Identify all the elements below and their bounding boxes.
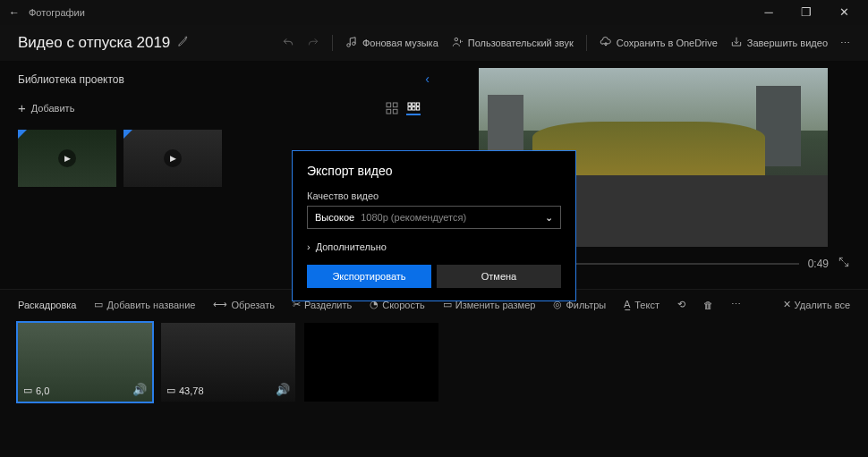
custom-audio-label: Пользовательский звук xyxy=(468,38,574,48)
svg-rect-3 xyxy=(387,109,391,114)
rotate-icon: ⟲ xyxy=(677,299,685,310)
svg-rect-2 xyxy=(393,103,397,107)
back-button[interactable]: ← xyxy=(5,6,23,19)
finish-label: Завершить видео xyxy=(747,38,828,48)
quality-hint: 1080p (рекомендуется) xyxy=(361,212,466,223)
advanced-label: Дополнительно xyxy=(316,241,387,252)
undo-button[interactable] xyxy=(282,37,294,49)
close-button[interactable]: ✕ xyxy=(825,0,863,25)
cancel-button[interactable]: Отмена xyxy=(437,265,561,288)
quality-select[interactable]: Высокое 1080p (рекомендуется) ⌄ xyxy=(307,206,561,229)
export-icon xyxy=(730,36,743,50)
rotate-button[interactable]: ⟲ xyxy=(677,299,685,310)
title-card-icon: ▭ xyxy=(94,299,103,310)
clip-duration: 43,78 xyxy=(179,385,204,396)
custom-audio-button[interactable]: Пользовательский звук xyxy=(451,36,574,50)
play-icon: ▶ xyxy=(58,149,76,167)
divider xyxy=(332,35,333,51)
save-onedrive-button[interactable]: Сохранить в OneDrive xyxy=(600,36,718,50)
project-title-text: Видео с отпуска 2019 xyxy=(18,34,170,52)
export-video-dialog: Экспорт видео Качество видео Высокое 108… xyxy=(292,150,576,301)
divider xyxy=(586,35,587,51)
clip-duration: 6,0 xyxy=(36,385,49,396)
maximize-button[interactable]: ❐ xyxy=(787,0,825,25)
svg-rect-7 xyxy=(416,103,419,106)
clip-frame-icon: ▭ xyxy=(23,385,32,396)
add-media-button[interactable]: + Добавить xyxy=(18,100,74,115)
plus-icon: + xyxy=(18,100,26,115)
main-toolbar: Видео с отпуска 2019 Фоновая музыка Поль… xyxy=(0,25,868,61)
quality-value: Высокое xyxy=(315,212,354,223)
window-titlebar: ← Фотографии ─ ❐ ✕ xyxy=(0,0,868,25)
text-icon: A̲ xyxy=(624,299,631,310)
dialog-title: Экспорт видео xyxy=(307,164,561,178)
more-storyboard-button[interactable]: ⋯ xyxy=(731,299,741,310)
collapse-library-button[interactable]: ‹ xyxy=(425,72,430,86)
play-icon: ▶ xyxy=(164,149,182,167)
storyboard-clip[interactable]: ▭6,0 🔊 xyxy=(18,323,152,402)
add-title-button[interactable]: ▭Добавить название xyxy=(94,299,195,310)
bg-music-label: Фоновая музыка xyxy=(362,38,438,48)
volume-icon[interactable]: 🔊 xyxy=(276,383,290,396)
svg-rect-4 xyxy=(393,109,397,114)
export-button[interactable]: Экспортировать xyxy=(307,265,431,288)
volume-icon[interactable]: 🔊 xyxy=(132,383,147,396)
finish-video-button[interactable]: Завершить видео xyxy=(730,36,828,50)
svg-rect-1 xyxy=(387,103,391,107)
trim-button[interactable]: ⟷Обрезать xyxy=(213,299,275,310)
clip-frame-icon: ▭ xyxy=(166,385,175,396)
redo-button[interactable] xyxy=(307,37,319,49)
app-name: Фотографии xyxy=(29,7,85,18)
svg-rect-5 xyxy=(408,103,411,106)
library-thumbnail[interactable]: ▶ xyxy=(18,130,116,187)
storyboard-clip[interactable]: ▭43,78 🔊 xyxy=(161,323,295,402)
storyboard-panel: Раскадровка ▭Добавить название ⟷Обрезать… xyxy=(0,289,868,457)
fullscreen-button[interactable] xyxy=(838,256,850,271)
save-cloud-label: Сохранить в OneDrive xyxy=(617,38,718,48)
music-icon xyxy=(345,36,358,50)
duration-label: 0:49 xyxy=(808,258,829,270)
trash-icon: 🗑 xyxy=(703,300,713,310)
advanced-toggle[interactable]: › Дополнительно xyxy=(307,241,561,252)
svg-rect-9 xyxy=(413,106,415,109)
edit-title-icon[interactable] xyxy=(177,34,190,52)
minimize-button[interactable]: ─ xyxy=(750,0,787,25)
svg-rect-8 xyxy=(408,106,411,109)
cloud-icon xyxy=(600,36,612,50)
svg-rect-6 xyxy=(413,103,415,106)
storyboard-title: Раскадровка xyxy=(18,300,76,310)
text-button[interactable]: A̲Текст xyxy=(624,299,660,310)
chevron-right-icon: › xyxy=(307,241,311,252)
delete-button[interactable]: 🗑 xyxy=(703,300,713,310)
delete-all-button[interactable]: ✕Удалить все xyxy=(783,299,850,310)
svg-rect-10 xyxy=(416,106,419,109)
trim-icon: ⟷ xyxy=(213,299,227,310)
library-title: Библиотека проектов xyxy=(18,73,421,86)
quality-label: Качество видео xyxy=(307,190,561,201)
storyboard-clip[interactable] xyxy=(304,323,438,402)
close-icon: ✕ xyxy=(783,299,791,310)
person-audio-icon xyxy=(451,36,464,50)
svg-point-0 xyxy=(455,38,458,41)
chevron-down-icon: ⌄ xyxy=(545,212,553,224)
more-button[interactable]: ⋯ xyxy=(840,38,850,49)
grid-small-icon[interactable] xyxy=(385,101,399,115)
background-music-button[interactable]: Фоновая музыка xyxy=(345,36,438,50)
project-title: Видео с отпуска 2019 xyxy=(18,34,190,52)
library-thumbnail[interactable]: ▶ xyxy=(123,130,222,187)
grid-large-icon[interactable] xyxy=(406,101,421,115)
add-label: Добавить xyxy=(31,103,75,114)
